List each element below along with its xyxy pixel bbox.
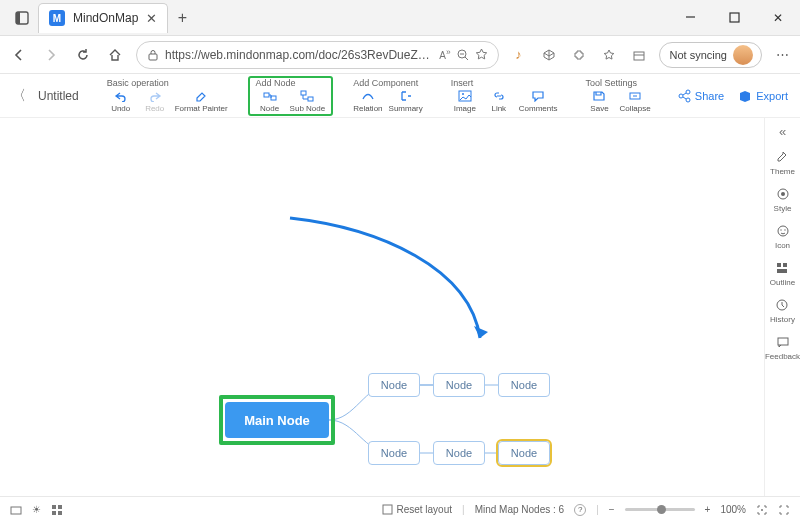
undo-icon — [113, 89, 129, 103]
svg-rect-29 — [778, 338, 788, 345]
outline-tab[interactable]: Outline — [770, 260, 795, 287]
save-button[interactable]: Save — [585, 89, 613, 113]
reset-layout-button[interactable]: Reset layout — [382, 504, 452, 515]
canvas-area[interactable]: Main Node Node Node Node Node Node Node — [0, 118, 764, 496]
outline-icon — [773, 260, 791, 276]
leaf-node[interactable]: Node — [433, 373, 485, 397]
nav-forward-button[interactable] — [40, 44, 62, 66]
url-text: https://web.mindonmap.com/doc/26s3RevDue… — [165, 48, 433, 62]
fullscreen-icon[interactable] — [778, 504, 790, 516]
image-button[interactable]: Image — [451, 89, 479, 113]
svg-rect-8 — [634, 52, 644, 60]
group-add-component: Add Component Relation Summary — [345, 76, 431, 116]
relation-button[interactable]: Relation — [353, 89, 382, 113]
leaf-node-selected[interactable]: Node — [498, 441, 550, 465]
summary-icon — [398, 89, 414, 103]
zoom-value: 100% — [720, 504, 746, 515]
panel-collapse-button[interactable]: « — [779, 124, 786, 139]
svg-point-36 — [761, 509, 763, 511]
zoom-out-icon[interactable] — [457, 49, 469, 61]
svg-rect-3 — [730, 13, 739, 22]
zoom-in-button[interactable]: + — [705, 504, 711, 515]
svg-rect-35 — [383, 505, 392, 514]
toolbar-right-actions: Share Export — [677, 89, 788, 103]
group-insert: Insert Image Link Comments — [443, 76, 566, 116]
export-button[interactable]: Export — [738, 89, 788, 103]
window-minimize-button[interactable] — [668, 0, 712, 36]
redo-button[interactable]: Redo — [141, 89, 169, 113]
sun-icon[interactable]: ☀ — [32, 504, 41, 515]
group-header: Insert — [451, 78, 558, 89]
document-title[interactable]: Untitled — [38, 89, 79, 103]
sub-node-icon — [299, 89, 315, 103]
history-tab[interactable]: History — [770, 297, 795, 324]
summary-button[interactable]: Summary — [389, 89, 423, 113]
group-header: Add Node — [256, 78, 326, 89]
svg-rect-13 — [308, 97, 313, 101]
style-icon — [774, 186, 792, 202]
feedback-tab[interactable]: Feedback — [765, 334, 800, 361]
new-tab-button[interactable]: + — [168, 9, 196, 27]
center-icon[interactable] — [756, 504, 768, 516]
svg-rect-33 — [52, 511, 56, 515]
share-button[interactable]: Share — [677, 89, 724, 103]
extensions-icon[interactable] — [569, 45, 589, 65]
collections-icon[interactable] — [629, 45, 649, 65]
sync-label: Not syncing — [670, 49, 727, 61]
headphones-icon[interactable]: ♪ — [509, 45, 529, 65]
status-bar: ☀ Reset layout | Mind Map Nodes : 6 ? | … — [0, 496, 800, 522]
window-maximize-button[interactable] — [712, 0, 756, 36]
zoom-out-button[interactable]: − — [609, 504, 615, 515]
collapse-button[interactable]: Collapse — [619, 89, 650, 113]
comments-button[interactable]: Comments — [519, 89, 558, 113]
back-chevron-button[interactable]: 〈 — [12, 87, 26, 105]
svg-rect-32 — [58, 505, 62, 509]
tab-close-icon[interactable]: ✕ — [146, 11, 157, 26]
svg-rect-1 — [16, 12, 20, 24]
comment-icon — [530, 89, 546, 103]
nav-back-button[interactable] — [8, 44, 30, 66]
style-tab[interactable]: Style — [774, 186, 792, 213]
svg-point-19 — [686, 98, 690, 102]
profile-sync-button[interactable]: Not syncing — [659, 42, 762, 68]
status-icon[interactable] — [10, 504, 22, 516]
leaf-node[interactable]: Node — [368, 373, 420, 397]
sub-node-button[interactable]: Sub Node — [290, 89, 326, 113]
format-painter-button[interactable]: Format Painter — [175, 89, 228, 113]
collapse-icon — [627, 89, 643, 103]
leaf-node[interactable]: Node — [368, 441, 420, 465]
zoom-slider[interactable] — [625, 508, 695, 511]
help-icon[interactable]: ? — [574, 504, 586, 516]
link-button[interactable]: Link — [485, 89, 513, 113]
favorite-icon[interactable] — [475, 48, 488, 61]
save-icon — [591, 89, 607, 103]
cube-icon[interactable] — [539, 45, 559, 65]
theme-tab[interactable]: Theme — [770, 149, 795, 176]
svg-rect-26 — [783, 263, 787, 267]
nav-refresh-button[interactable] — [72, 44, 94, 66]
leaf-node[interactable]: Node — [433, 441, 485, 465]
reader-icon[interactable]: A» — [439, 47, 450, 61]
window-close-button[interactable]: ✕ — [756, 0, 800, 36]
group-tool-settings: Tool Settings Save Collapse — [577, 76, 658, 116]
node-icon — [262, 89, 278, 103]
leaf-node[interactable]: Node — [498, 373, 550, 397]
url-input[interactable]: https://web.mindonmap.com/doc/26s3RevDue… — [136, 41, 499, 69]
main-node[interactable]: Main Node — [225, 402, 329, 438]
more-menu-button[interactable]: ⋯ — [772, 45, 792, 65]
undo-button[interactable]: Undo — [107, 89, 135, 113]
theme-icon — [774, 149, 792, 165]
svg-point-18 — [686, 90, 690, 94]
tab-overview-button[interactable] — [6, 4, 38, 32]
browser-tab[interactable]: M MindOnMap ✕ — [38, 3, 168, 33]
group-add-node: Add Node Node Sub Node — [248, 76, 334, 116]
node-button[interactable]: Node — [256, 89, 284, 113]
grid-icon[interactable] — [51, 504, 63, 516]
brush-icon — [193, 89, 209, 103]
nav-home-button[interactable] — [104, 44, 126, 66]
svg-rect-25 — [777, 263, 781, 267]
icon-tab[interactable]: Icon — [774, 223, 792, 250]
group-header: Tool Settings — [585, 78, 650, 89]
favorites-icon[interactable] — [599, 45, 619, 65]
feedback-icon — [774, 334, 792, 350]
